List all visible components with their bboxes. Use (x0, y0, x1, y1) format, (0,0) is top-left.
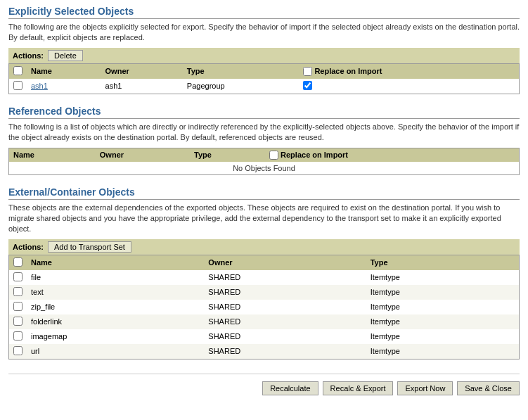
table-row: text SHARED Itemtype (9, 285, 520, 300)
bottom-bar: Recalculate Recalc & Export Export Now S… (8, 374, 520, 395)
replace-header-1: Replace on Import (299, 63, 519, 79)
ext-row-name-5: url (27, 344, 204, 359)
ext-row-owner-5: SHARED (204, 344, 366, 359)
type-header-3: Type (366, 255, 520, 270)
table-row: url SHARED Itemtype (9, 344, 520, 359)
ext-row-name-0: file (27, 270, 204, 285)
ext-row-checkbox-4[interactable] (13, 331, 22, 341)
ext-row-owner-0: SHARED (204, 270, 366, 285)
name-header-2: Name (9, 148, 96, 162)
owner-header-1: Owner (101, 63, 183, 79)
actions-label-2: Actions: (13, 243, 44, 251)
ext-row-type-4: Itemtype (366, 329, 520, 344)
table-row: ash1 ash1 Pagegroup (9, 79, 520, 94)
table-row: zip_file SHARED Itemtype (9, 300, 520, 314)
explicitly-selected-table: Name Owner Type Replace on Import (8, 63, 520, 94)
replace-header-2: Replace on Import (265, 148, 519, 162)
ext-row-owner-2: SHARED (204, 300, 366, 314)
ext-row-type-2: Itemtype (366, 300, 520, 314)
recalc-export-button[interactable]: Recalc & Export (323, 381, 394, 395)
ext-row-checkbox-3[interactable] (13, 317, 22, 326)
delete-button[interactable]: Delete (48, 50, 83, 61)
table-row: file SHARED Itemtype (9, 270, 520, 285)
export-now-button[interactable]: Export Now (397, 381, 453, 395)
table-row: imagemap SHARED Itemtype (9, 329, 520, 344)
external-container-desc: These objects are the external dependenc… (8, 203, 520, 235)
row-checkbox-ash1[interactable] (13, 81, 22, 90)
ext-row-checkbox-0[interactable] (13, 272, 22, 281)
explicitly-selected-actions-bar: Actions: Delete (8, 48, 520, 63)
referenced-objects-section: Referenced Objects The following is a li… (8, 106, 520, 175)
external-container-section: External/Container Objects These objects… (8, 186, 520, 359)
ext-row-name-2: zip_file (27, 300, 204, 314)
no-data-row: No Objects Found (9, 162, 520, 175)
ext-row-owner-4: SHARED (204, 329, 366, 344)
replace-checkbox-ash1[interactable] (303, 81, 312, 90)
ext-row-checkbox-5[interactable] (13, 346, 22, 355)
ext-row-owner-1: SHARED (204, 285, 366, 300)
name-header-3: Name (27, 255, 204, 270)
add-to-transport-button[interactable]: Add to Transport Set (48, 241, 131, 253)
row-name-ash1[interactable]: ash1 (27, 79, 101, 94)
replace-header-checkbox-2[interactable] (269, 151, 278, 160)
table-row: folderlink SHARED Itemtype (9, 314, 520, 329)
type-header-2: Type (190, 148, 265, 162)
ext-row-type-3: Itemtype (366, 314, 520, 329)
owner-header-3: Owner (204, 255, 366, 270)
external-actions-bar: Actions: Add to Transport Set (8, 239, 520, 255)
select-all-header-3 (9, 255, 27, 270)
type-header-1: Type (183, 63, 300, 79)
referenced-objects-title: Referenced Objects (8, 106, 520, 119)
replace-header-checkbox-1[interactable] (303, 67, 312, 76)
no-objects-label: No Objects Found (9, 162, 520, 175)
row-type-ash1: Pagegroup (183, 79, 300, 94)
referenced-objects-desc: The following is a list of objects which… (8, 122, 520, 144)
explicitly-selected-title: Explicitly Selected Objects (8, 6, 520, 19)
explicitly-selected-desc: The following are the objects explicitly… (8, 22, 520, 44)
ext-row-name-1: text (27, 285, 204, 300)
ext-row-name-3: folderlink (27, 314, 204, 329)
ext-row-name-4: imagemap (27, 329, 204, 344)
external-container-title: External/Container Objects (8, 186, 520, 200)
ext-row-checkbox-2[interactable] (13, 302, 22, 311)
name-header-1: Name (27, 63, 101, 79)
ext-row-type-5: Itemtype (366, 344, 520, 359)
external-container-table: Name Owner Type file SHARED Itemtype tex… (8, 255, 520, 359)
actions-label-1: Actions: (13, 51, 44, 60)
ext-row-checkbox-1[interactable] (13, 287, 22, 296)
explicitly-selected-section: Explicitly Selected Objects The followin… (8, 6, 520, 94)
owner-header-2: Owner (96, 148, 190, 162)
select-all-checkbox-1[interactable] (13, 66, 22, 75)
ext-row-type-0: Itemtype (366, 270, 520, 285)
save-close-button[interactable]: Save & Close (457, 381, 520, 395)
select-all-header (9, 63, 27, 79)
recalculate-button[interactable]: Recalculate (262, 381, 318, 395)
row-owner-ash1: ash1 (101, 79, 183, 94)
ext-row-type-1: Itemtype (366, 285, 520, 300)
row-replace-ash1 (299, 79, 519, 94)
select-all-checkbox-3[interactable] (13, 257, 22, 267)
ext-row-owner-3: SHARED (204, 314, 366, 329)
referenced-objects-table: Name Owner Type Replace on Import No Obj… (8, 148, 520, 175)
